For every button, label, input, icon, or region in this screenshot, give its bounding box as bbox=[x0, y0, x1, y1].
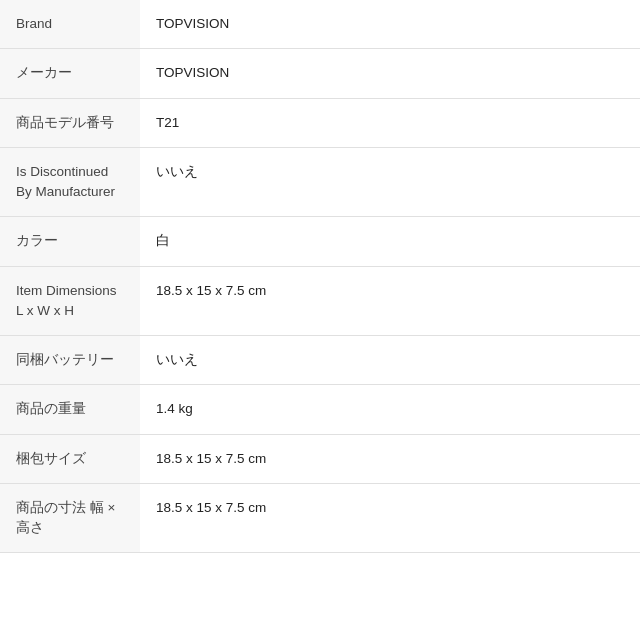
row-value: TOPVISION bbox=[140, 49, 640, 98]
row-value: 18.5 x 15 x 7.5 cm bbox=[140, 266, 640, 336]
row-label: 梱包サイズ bbox=[0, 434, 140, 483]
table-row: 梱包サイズ18.5 x 15 x 7.5 cm bbox=[0, 434, 640, 483]
row-label: Is Discontinued By Manufacturer bbox=[0, 147, 140, 217]
table-row: BrandTOPVISION bbox=[0, 0, 640, 49]
row-value: 18.5 x 15 x 7.5 cm bbox=[140, 483, 640, 553]
table-row: 商品モデル番号T21 bbox=[0, 98, 640, 147]
row-value: いいえ bbox=[140, 336, 640, 385]
row-label: Brand bbox=[0, 0, 140, 49]
row-label: Item Dimensions L x W x H bbox=[0, 266, 140, 336]
row-value: いいえ bbox=[140, 147, 640, 217]
row-label: カラー bbox=[0, 217, 140, 266]
row-label: 商品モデル番号 bbox=[0, 98, 140, 147]
row-value: 18.5 x 15 x 7.5 cm bbox=[140, 434, 640, 483]
row-value: 白 bbox=[140, 217, 640, 266]
product-details-table: BrandTOPVISIONメーカーTOPVISION商品モデル番号T21Is … bbox=[0, 0, 640, 553]
row-label: 商品の寸法 幅 × 高さ bbox=[0, 483, 140, 553]
row-label: メーカー bbox=[0, 49, 140, 98]
row-value: TOPVISION bbox=[140, 0, 640, 49]
table-row: メーカーTOPVISION bbox=[0, 49, 640, 98]
table-row: 商品の寸法 幅 × 高さ18.5 x 15 x 7.5 cm bbox=[0, 483, 640, 553]
table-row: Is Discontinued By Manufacturerいいえ bbox=[0, 147, 640, 217]
row-label: 商品の重量 bbox=[0, 385, 140, 434]
table-row: Item Dimensions L x W x H18.5 x 15 x 7.5… bbox=[0, 266, 640, 336]
table-row: 商品の重量1.4 kg bbox=[0, 385, 640, 434]
row-value: T21 bbox=[140, 98, 640, 147]
row-value: 1.4 kg bbox=[140, 385, 640, 434]
table-row: 同梱バッテリーいいえ bbox=[0, 336, 640, 385]
table-row: カラー白 bbox=[0, 217, 640, 266]
row-label: 同梱バッテリー bbox=[0, 336, 140, 385]
